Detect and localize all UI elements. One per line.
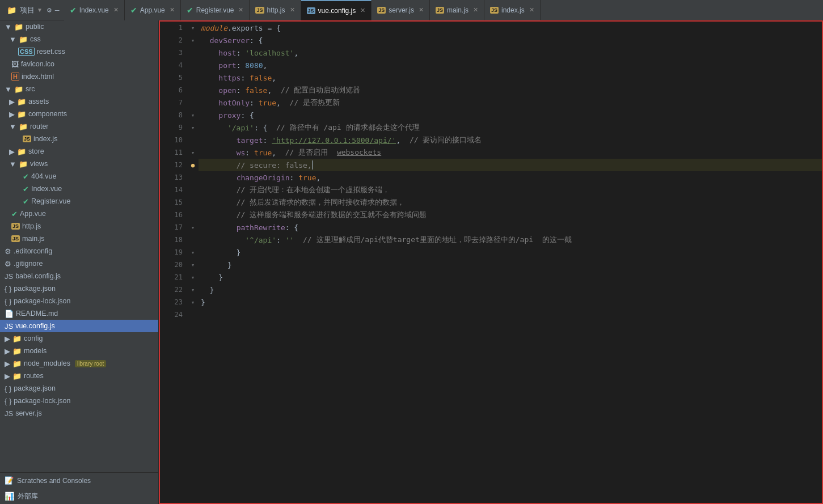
tab-main-js[interactable]: JS main.js ✕ [430, 0, 484, 20]
close-icon[interactable]: ✕ [473, 6, 478, 14]
code-lines[interactable]: module.exports = { devServer: { host: 'l… [199, 22, 822, 503]
sidebar-item-models[interactable]: ▶ 📁 models [0, 345, 158, 357]
gutter-fold-17[interactable]: ▾ [187, 221, 199, 234]
folder-icon: 📁 [14, 23, 23, 31]
sidebar-item-index-vue[interactable]: ✔ Index.vue [0, 183, 158, 195]
sidebar-item-src[interactable]: ▼ 📁 src [0, 83, 158, 95]
line-num-7: 7 [160, 96, 183, 109]
close-icon[interactable]: ✕ [360, 7, 365, 14]
code-editor[interactable]: 1 2 3 4 5 6 7 8 9 10 11 12 13 14 15 16 1… [159, 20, 823, 504]
tab-index-js2[interactable]: JS index.js ✕ [484, 0, 541, 20]
sidebar-item-node-modules[interactable]: ▶ 📁 node_modules library root [0, 357, 158, 370]
close-icon[interactable]: ✕ [238, 6, 243, 14]
folder-icon: 📁 [17, 98, 26, 106]
sidebar-item-package-json[interactable]: { } package.json [0, 282, 158, 295]
sidebar-item-views[interactable]: ▼ 📁 views [0, 158, 158, 170]
gutter-fold-9[interactable]: ▾ [187, 121, 199, 134]
json-file-icon3: { } [2, 397, 11, 405]
arrow-open: ▼ [9, 122, 16, 131]
js-icon: JS [255, 7, 264, 14]
gutter-warn-12: ● [187, 159, 199, 171]
js-file-icon: JS [23, 135, 31, 142]
json-file-icon: { } [2, 297, 11, 306]
tab-vue-config-js[interactable]: JS vue.config.js ✕ [301, 0, 372, 20]
gear-icon[interactable]: ⚙ [47, 6, 52, 14]
tab-register-vue[interactable]: ✔ Register.vue ✕ [181, 0, 250, 20]
tab-server-js[interactable]: JS server.js ✕ [372, 0, 430, 20]
code-line-21: } [199, 271, 822, 283]
sidebar-item-routes[interactable]: ▶ 📁 routes [0, 370, 158, 382]
code-line-20: } [199, 259, 822, 271]
sidebar-item-reset-css[interactable]: CSS reset.css [0, 45, 158, 58]
code-line-9: '/api': { // 路径中有 /api 的请求都会走这个代理 [199, 121, 822, 134]
tab-label: Index.vue [79, 6, 109, 14]
js-icon: JS [307, 7, 315, 14]
sidebar-item-components[interactable]: ▶ 📁 components [0, 108, 158, 120]
vue-file-icon: ✔ [23, 172, 29, 181]
sidebar-item-config[interactable]: ▶ 📁 config [0, 332, 158, 345]
sidebar-item-editorconfig[interactable]: ⚙ .editorconfig [0, 245, 158, 257]
html-file-icon: H [11, 73, 19, 81]
sidebar-item-vue-config-js[interactable]: JS vue.config.js [0, 320, 158, 332]
gutter-fold-21[interactable]: ▾ [187, 271, 199, 283]
sidebar-item-package-json2[interactable]: { } package.json [0, 382, 158, 395]
minus-icon[interactable]: — [55, 6, 60, 14]
folder-icon: 📁 [12, 372, 22, 380]
sidebar-item-package-lock-json[interactable]: { } package-lock.json [0, 295, 158, 307]
arrow-closed: ▶ [2, 347, 10, 355]
external-lib[interactable]: 📊 外部库 [0, 488, 158, 504]
code-line-3: host: 'localhost', [199, 46, 822, 59]
sidebar-item-server-js[interactable]: JS server.js [0, 407, 158, 420]
main-area: ▼ 📁 public ▼ 📁 css CSS reset.css 🖼 favic… [0, 20, 823, 504]
sidebar-item-gitignore[interactable]: ⚙ .gitignore [0, 257, 158, 270]
sidebar-item-readme-md[interactable]: 📄 README.md [0, 307, 158, 320]
project-label: 项目 [20, 5, 35, 15]
sidebar-item-assets[interactable]: ▶ 📁 assets [0, 95, 158, 108]
gutter-fold-20[interactable]: ▾ [187, 259, 199, 271]
sidebar-item-404-vue[interactable]: ✔ 404.vue [0, 170, 158, 183]
gutter-cell-3 [187, 46, 199, 59]
close-icon[interactable]: ✕ [113, 6, 119, 14]
sidebar-item-register-vue[interactable]: ✔ Register.vue [0, 195, 158, 207]
dropdown-arrow[interactable]: ▼ [38, 7, 41, 13]
close-icon[interactable]: ✕ [419, 6, 424, 14]
gutter-fold-2[interactable]: ▾ [187, 34, 199, 46]
sidebar-item-index-html[interactable]: H index.html [0, 70, 158, 83]
tab-app-vue[interactable]: ✔ App.vue ✕ [125, 0, 181, 20]
sidebar-item-main-js[interactable]: JS main.js [0, 232, 158, 245]
sidebar-item-babel-config-js[interactable]: JS babel.config.js [0, 270, 158, 282]
gutter-fold-1[interactable]: ▾ [187, 22, 199, 34]
folder-label-src: src [26, 85, 35, 93]
code-line-16: // 这样服务端和服务端进行数据的交互就不会有跨域问题 [199, 209, 822, 221]
gutter-fold-8[interactable]: ▾ [187, 109, 199, 121]
file-label-vue-config-js: vue.config.js [15, 322, 54, 330]
sidebar-item-css[interactable]: ▼ 📁 css [0, 33, 158, 45]
sidebar-item-app-vue[interactable]: ✔ App.vue [0, 207, 158, 220]
line-num-18: 18 [160, 234, 183, 246]
code-line-8: proxy: { [199, 109, 822, 121]
line-numbers: 1 2 3 4 5 6 7 8 9 10 11 12 13 14 15 16 1… [160, 22, 187, 503]
tab-index-vue[interactable]: ✔ Index.vue ✕ [64, 0, 125, 20]
line-num-15: 15 [160, 196, 183, 209]
gutter-fold-19[interactable]: ▾ [187, 246, 199, 259]
tab-http-js[interactable]: JS http.js ✕ [250, 0, 301, 20]
sidebar-item-router[interactable]: ▼ 📁 router [0, 120, 158, 133]
sidebar-item-http-js[interactable]: JS http.js [0, 220, 158, 232]
gutter-fold-11[interactable]: ▾ [187, 146, 199, 159]
sidebar-item-package-lock-json2[interactable]: { } package-lock.json [0, 395, 158, 407]
sidebar-item-public[interactable]: ▼ 📁 public [0, 20, 158, 33]
file-label-babel-config-js: babel.config.js [15, 272, 61, 280]
sidebar-item-favicon[interactable]: 🖼 favicon.ico [0, 58, 158, 70]
gutter-fold-22[interactable]: ▾ [187, 283, 199, 296]
file-label-favicon: favicon.ico [21, 60, 54, 68]
sidebar-item-store[interactable]: ▶ 📁 store [0, 145, 158, 158]
close-icon[interactable]: ✕ [170, 6, 175, 14]
scratches-and-consoles[interactable]: 📝 Scratches and Consoles [0, 472, 158, 488]
file-label-gitignore: .gitignore [14, 260, 43, 268]
close-icon[interactable]: ✕ [290, 6, 295, 14]
sidebar-item-router-index-js[interactable]: JS index.js [0, 133, 158, 145]
code-line-13: changeOrigin: true, [199, 171, 822, 184]
close-icon[interactable]: ✕ [529, 6, 534, 14]
gutter-fold-23[interactable]: ▾ [187, 296, 199, 308]
gutter-cell-15 [187, 196, 199, 209]
